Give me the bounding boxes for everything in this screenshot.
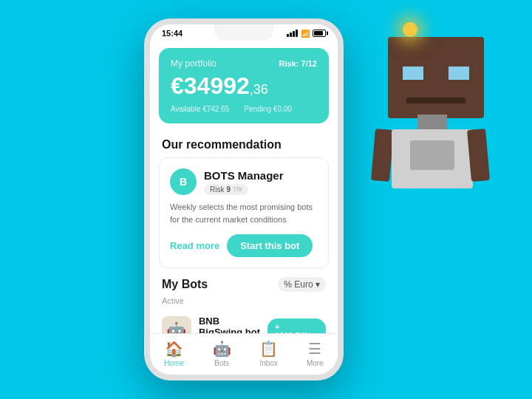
recommendation-card: B BOTS Manager Risk 9 7/9 Weekly selects… [159, 157, 329, 268]
nav-label-inbox: Inbox [260, 359, 278, 367]
portfolio-card: My portfolio Risk: 7/12 €34992,36 Availa… [159, 48, 329, 123]
portfolio-footer: Available €742.65 Pending €0.00 [171, 105, 317, 113]
robot-character [362, 15, 510, 236]
nav-label-home: Home [164, 359, 184, 367]
phone-wrapper: 15:44 📶 My portfolio [144, 18, 344, 381]
robot-neck [417, 115, 447, 129]
notch [214, 24, 273, 41]
active-label: Active [150, 295, 338, 310]
rec-risk-badge: Risk 9 7/9 [204, 184, 248, 195]
nav-item-bots[interactable]: 🤖 Bots [213, 340, 231, 367]
portfolio-amount-cents: ,36 [250, 82, 268, 97]
read-more-button[interactable]: Read more [170, 240, 219, 251]
status-icons: 📶 [287, 30, 326, 38]
rec-info: BOTS Manager Risk 9 7/9 [204, 169, 284, 195]
nav-item-inbox[interactable]: 📋 Inbox [259, 340, 278, 367]
nav-label-bots: Bots [214, 359, 229, 367]
rec-header: B BOTS Manager Risk 9 7/9 [170, 168, 318, 195]
currency-selector[interactable]: % Euro ▾ [278, 277, 326, 292]
robot-mouth [406, 98, 466, 103]
rec-actions: Read more Start this bot [170, 234, 318, 257]
phone-content: My portfolio Risk: 7/12 €34992,36 Availa… [150, 41, 338, 333]
portfolio-amount-main: €34992 [171, 72, 250, 99]
wifi-icon: 📶 [301, 30, 310, 38]
rec-bot-name: BOTS Manager [204, 169, 284, 182]
phone: 15:44 📶 My portfolio [144, 18, 344, 381]
rec-description: Weekly selects the most promising bots f… [170, 201, 318, 225]
robot-eye-left [403, 66, 423, 80]
inbox-icon: 📋 [259, 340, 278, 358]
bot-avatar-bnb: 🤖 [162, 316, 191, 333]
bot-info-bnb: BNB BigSwing.bot €1,510.15 [199, 316, 260, 333]
bots-section-title: My Bots [162, 278, 208, 291]
recommendation-section-title: Our recommendation [150, 131, 338, 157]
bot-item: 🤖 BNB BigSwing.bot €1,510.15 + 1913,54% [150, 310, 338, 333]
more-icon: ☰ [308, 340, 321, 358]
nav-item-more[interactable]: ☰ More [307, 340, 324, 367]
portfolio-header: My portfolio Risk: 7/12 [171, 58, 317, 69]
portfolio-available: Available €742.65 [171, 105, 229, 113]
portfolio-risk: Risk: 7/12 [279, 59, 317, 68]
battery-icon [313, 30, 326, 37]
bots-icon: 🤖 [213, 340, 231, 358]
portfolio-amount: €34992,36 [171, 73, 317, 99]
nav-label-more: More [307, 359, 324, 367]
home-icon: 🏠 [165, 340, 183, 358]
nav-item-home[interactable]: 🏠 Home [164, 340, 184, 367]
bot-name-bnb: BNB BigSwing.bot [199, 316, 260, 333]
robot-arm-left [371, 129, 394, 182]
rec-icon: B [170, 168, 197, 195]
bots-header: My Bots % Euro ▾ [150, 268, 338, 295]
robot-head [388, 37, 484, 118]
start-bot-button[interactable]: Start this bot [227, 234, 313, 257]
status-time: 15:44 [162, 29, 183, 38]
robot-body [392, 129, 473, 188]
portfolio-pending: Pending €0.00 [244, 105, 292, 113]
signal-icon [287, 30, 298, 37]
robot-arm-right [467, 129, 490, 182]
bot-return-bnb: + 1913,54% [267, 318, 326, 333]
portfolio-title: My portfolio [171, 58, 216, 69]
bottom-nav: 🏠 Home 🤖 Bots 📋 Inbox ☰ More [150, 333, 338, 375]
robot-eye-right [449, 66, 469, 80]
